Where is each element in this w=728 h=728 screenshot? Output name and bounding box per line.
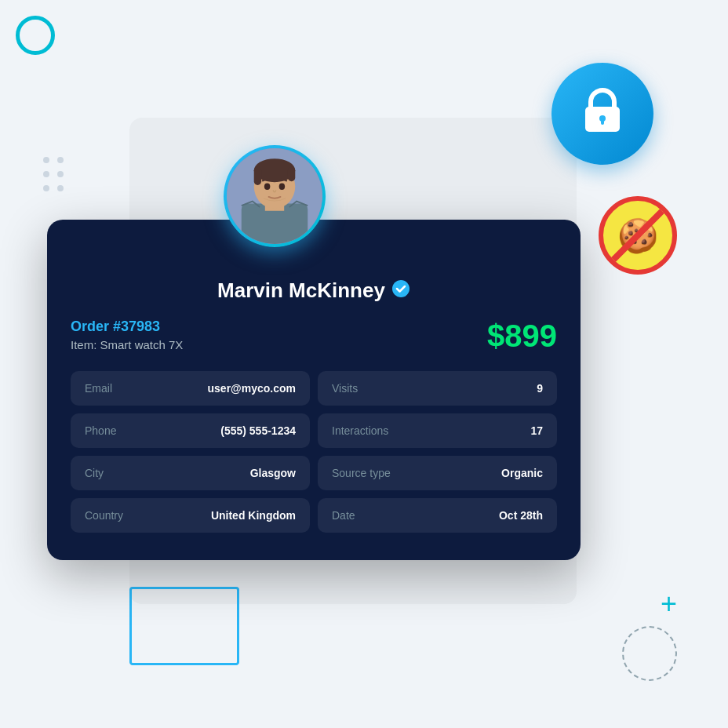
svg-point-10 (264, 184, 271, 190)
order-section: Order #37983 Item: Smart watch 7X $899 (71, 318, 557, 354)
info-label: Source type (332, 467, 391, 479)
plus-icon: + (661, 590, 677, 618)
info-label: City (85, 467, 104, 479)
info-grid: Emailuser@myco.comVisits9Phone(555) 555-… (71, 371, 557, 533)
info-row: Visits9 (318, 371, 557, 406)
info-value: 9 (537, 382, 543, 395)
info-label: Visits (332, 382, 358, 395)
cookie-icon: 🍪 (617, 217, 658, 255)
info-row: CountryUnited Kingdom (71, 498, 310, 533)
svg-point-12 (392, 280, 410, 297)
order-number: Order #37983 (71, 318, 183, 335)
decorative-circle (16, 16, 55, 55)
lock-icon-circle (551, 63, 653, 165)
svg-rect-2 (601, 118, 604, 125)
verified-badge (391, 279, 410, 303)
info-value: United Kingdom (211, 509, 296, 522)
main-card: Marvin McKinney Order #37983 Item: Smart… (47, 220, 581, 560)
info-row: DateOct 28th (318, 498, 557, 533)
info-row: Source typeOrganic (318, 456, 557, 490)
avatar-ring (224, 145, 326, 247)
user-name-text: Marvin McKinney (217, 278, 385, 303)
info-row: Interactions17 (318, 413, 557, 448)
no-cookie-icon-circle: 🍪 (599, 196, 677, 275)
lock-icon (579, 85, 626, 143)
info-label: Date (332, 509, 355, 522)
info-label: Country (85, 509, 123, 522)
info-value: (555) 555-1234 (220, 424, 296, 437)
svg-rect-8 (254, 166, 261, 184)
info-row: Emailuser@myco.com (71, 371, 310, 406)
decorative-square (129, 587, 239, 665)
svg-rect-9 (288, 166, 295, 181)
info-value: 17 (530, 424, 543, 437)
avatar-inner (227, 148, 322, 244)
info-value: Oct 28th (499, 509, 543, 522)
info-label: Email (85, 382, 112, 395)
name-section: Marvin McKinney (71, 243, 557, 318)
svg-point-11 (279, 184, 286, 190)
info-row: Phone(555) 555-1234 (71, 413, 310, 448)
info-label: Phone (85, 424, 116, 437)
order-left: Order #37983 Item: Smart watch 7X (71, 318, 183, 351)
dashed-circle (622, 626, 677, 681)
info-value: Glasgow (250, 467, 296, 479)
order-price: $899 (487, 318, 557, 354)
avatar-container (224, 145, 326, 247)
info-row: CityGlasgow (71, 456, 310, 490)
info-value: Organic (501, 467, 543, 479)
info-label: Interactions (332, 424, 388, 437)
order-item: Item: Smart watch 7X (71, 338, 183, 351)
info-value: user@myco.com (208, 382, 296, 395)
dots-grid (43, 157, 64, 191)
